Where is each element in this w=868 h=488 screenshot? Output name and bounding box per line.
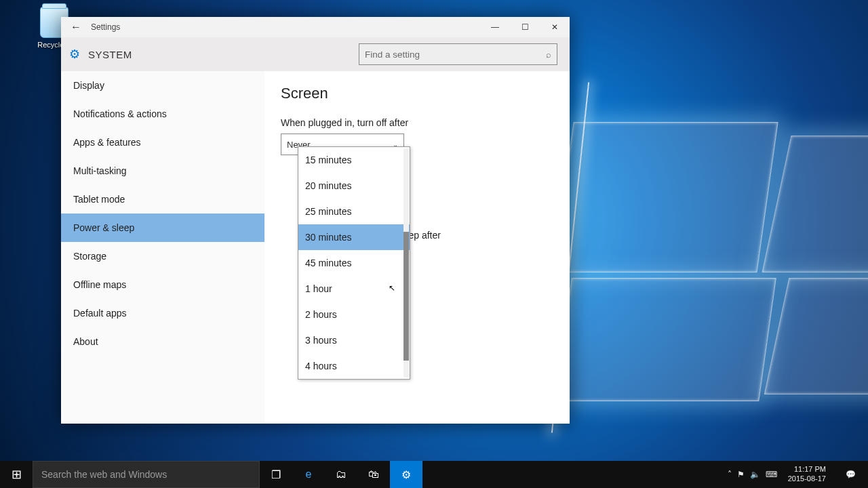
maximize-button[interactable]: ☐ <box>510 17 540 37</box>
sidebar-item[interactable]: Default apps <box>61 299 264 327</box>
sidebar-item[interactable]: Display <box>61 71 264 100</box>
back-button[interactable]: ← <box>61 21 91 33</box>
gear-icon: ⚙ <box>69 47 80 62</box>
category-title: SYSTEM <box>88 49 132 60</box>
sidebar-item[interactable]: Power & sleep <box>61 214 264 242</box>
file-explorer-icon[interactable]: 🗂 <box>325 461 357 488</box>
sidebar-item[interactable]: Storage <box>61 242 264 270</box>
store-icon[interactable]: 🛍 <box>357 461 390 488</box>
close-button[interactable]: ✕ <box>540 17 570 37</box>
sidebar-item[interactable]: Offline maps <box>61 270 264 299</box>
dropdown-option[interactable]: 20 minutes <box>298 173 410 199</box>
dropdown-option[interactable]: 2 hours <box>298 302 410 327</box>
dropdown-option[interactable]: 25 minutes <box>298 199 410 224</box>
settings-taskbar-icon[interactable]: ⚙ <box>390 461 422 488</box>
sidebar-item[interactable]: Apps & features <box>61 128 264 157</box>
screen-turnoff-label: When plugged in, turn off after <box>281 117 553 128</box>
dropdown-option[interactable]: 15 minutes <box>298 147 410 173</box>
edge-icon[interactable]: e <box>292 461 325 488</box>
dropdown-option[interactable]: 45 minutes <box>298 250 410 276</box>
dropdown-option[interactable]: 3 hours <box>298 327 410 353</box>
clock[interactable]: 11:17 PM 2015-08-17 <box>783 465 831 484</box>
taskbar-search-input[interactable]: Search the web and Windows <box>33 461 260 488</box>
sidebar-item[interactable]: Tablet mode <box>61 185 264 214</box>
start-button[interactable]: ⊞ <box>0 461 33 488</box>
dropdown-option[interactable]: 30 minutes <box>298 224 410 250</box>
minimize-button[interactable]: — <box>480 17 510 37</box>
dropdown-option[interactable]: 4 hours <box>298 353 410 379</box>
task-view-button[interactable]: ❐ <box>260 461 292 488</box>
window-titlebar: ← Settings — ☐ ✕ <box>61 17 570 37</box>
settings-header: ⚙ SYSTEM Find a setting ⌕ <box>61 37 570 71</box>
search-input[interactable]: Find a setting ⌕ <box>359 43 557 65</box>
sidebar-item[interactable]: Multi-tasking <box>61 157 264 185</box>
sidebar-item[interactable]: Notifications & actions <box>61 100 264 128</box>
search-placeholder: Find a setting <box>365 49 420 60</box>
window-title: Settings <box>91 22 480 32</box>
taskbar: ⊞ Search the web and Windows ❐ e 🗂 🛍 ⚙ ˄… <box>0 461 868 488</box>
tray-icon[interactable]: ⚑ <box>737 470 745 479</box>
tray-chevron-up-icon[interactable]: ˄ <box>728 470 732 479</box>
clock-time: 11:17 PM <box>788 465 826 474</box>
sidebar-item[interactable]: About <box>61 327 264 356</box>
section-heading: Screen <box>281 85 553 102</box>
action-center-icon[interactable]: 💬 <box>837 470 864 479</box>
screen-turnoff-dropdown[interactable]: 15 minutes20 minutes25 minutes30 minutes… <box>298 146 410 380</box>
taskbar-search-placeholder: Search the web and Windows <box>41 469 167 480</box>
mouse-cursor: ↖ <box>389 283 395 293</box>
search-icon: ⌕ <box>546 49 551 60</box>
dropdown-scrollbar-thumb[interactable] <box>403 232 409 361</box>
clock-date: 2015-08-17 <box>788 474 826 484</box>
settings-sidebar: DisplayNotifications & actionsApps & fea… <box>61 71 264 424</box>
keyboard-icon[interactable]: ⌨ <box>766 470 777 479</box>
volume-icon[interactable]: 🔈 <box>750 470 760 479</box>
